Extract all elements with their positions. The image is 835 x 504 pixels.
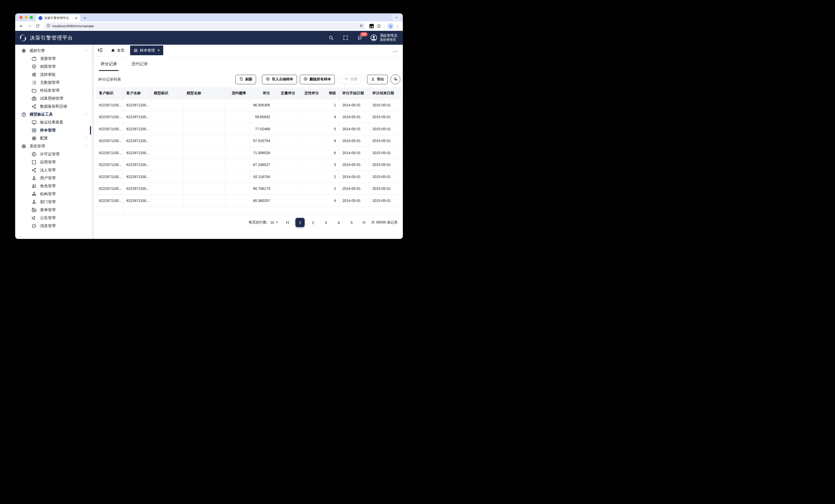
sidebar-item-message-management[interactable]: 消息管理 <box>15 222 94 230</box>
first-page-icon[interactable] <box>284 219 291 226</box>
table-row[interactable]: 6222871100...6222871100...90.70617322014… <box>96 183 401 195</box>
person-gear-icon <box>393 77 398 82</box>
minimize-window-button[interactable] <box>25 16 28 19</box>
page-number-4[interactable]: 4 <box>334 218 343 227</box>
cell-score_start_date: 2014-05-01 <box>339 159 369 171</box>
table-row[interactable]: 6222871100...6222871100...77.0246952014-… <box>96 123 401 135</box>
cell-qualitative_score <box>299 147 322 159</box>
sidebar-item-trial-case-management[interactable]: 试算用例管理 <box>15 94 94 103</box>
sidebar-group-model-validation-tools[interactable]: 模型验证工具 <box>15 110 94 119</box>
table-row[interactable]: 6222871100...6222871100...57.51575492014… <box>96 135 401 147</box>
sidebar-item-configuration[interactable]: 配置 <box>15 134 94 142</box>
more-tabs-icon[interactable]: ... <box>393 48 398 52</box>
sidebar-item-validation-result-view[interactable]: 验证结果查看 <box>15 119 94 126</box>
route-tab-sample-management[interactable]: 样本管理 ✕ <box>130 45 163 55</box>
sidebar-item-label: 角色管理 <box>40 184 56 189</box>
sidebar-item-resource-management[interactable]: 资源管理 <box>15 55 94 63</box>
cell-customer_id: 6222871100... <box>96 147 123 159</box>
table-row[interactable]: 6222871100...6222871100...80.38025742014… <box>96 195 401 207</box>
address-bar[interactable]: localhost:8080/#/mv/sample <box>44 23 366 30</box>
column-header-default_probability: 违约概率 <box>225 87 249 99</box>
last-page-icon[interactable] <box>361 219 367 226</box>
sidebar-item-role-management[interactable]: 角色管理 <box>15 182 94 190</box>
extension-icon[interactable] <box>369 24 374 28</box>
table-row[interactable]: 6222871100...6222871100...87.24852732014… <box>96 159 401 171</box>
column-settings-button[interactable] <box>390 75 400 84</box>
cell-score: 90.706173 <box>249 183 273 195</box>
refresh-button[interactable]: 刷新 <box>236 75 256 84</box>
sidebar-item-sample-management[interactable]: 样本管理 <box>15 126 94 134</box>
close-window-button[interactable] <box>20 16 23 19</box>
page-number-3[interactable]: 3 <box>321 218 330 227</box>
people-icon <box>32 184 37 189</box>
table-row[interactable] <box>96 207 401 214</box>
breadcrumb-home[interactable]: 首页 <box>111 48 124 53</box>
sidebar-scrollbar[interactable] <box>92 45 94 239</box>
sidebar-item-permission-management[interactable]: 权限管理 <box>15 63 94 71</box>
browser-profile-avatar[interactable] <box>387 23 393 29</box>
page-number-2[interactable]: 2 <box>308 218 318 227</box>
sidebar-group-rule-engine[interactable]: 规则引擎 <box>15 47 94 55</box>
browser-menu-icon[interactable]: ⋮ <box>395 24 400 28</box>
cell-default_probability <box>225 99 249 111</box>
page-number-1[interactable]: 1 <box>296 218 305 227</box>
reload-icon[interactable] <box>34 23 41 29</box>
zoom-window-button[interactable] <box>30 16 33 19</box>
tab-close-icon[interactable]: ✕ <box>74 16 78 20</box>
sidebar-collapse-icon[interactable] <box>98 47 104 54</box>
sidebar-item-metadata-management[interactable]: 123元数据管理 <box>15 79 94 87</box>
button-label: 刷新 <box>245 77 252 82</box>
site-info-icon[interactable] <box>46 24 50 28</box>
messages-icon[interactable]: 120 <box>357 35 363 41</box>
delete-all-samples-button[interactable]: 删除所有样本 <box>300 75 335 84</box>
tab-default-records[interactable]: 违约记录 <box>130 61 149 71</box>
chevron-up-icon <box>84 144 88 149</box>
table-row[interactable]: 6222871100...6222871100...59.6093292014-… <box>96 111 401 123</box>
sidebar-item-org-management[interactable]: 机构管理 <box>15 190 94 198</box>
sidebar-item-department-management[interactable]: 部门管理 <box>15 198 94 206</box>
cell-customer_name <box>123 207 151 214</box>
close-icon[interactable]: ✕ <box>157 48 160 52</box>
sidebar-item-app-management[interactable]: 应用管理 <box>15 158 94 166</box>
sidebar-item-feature-library-management[interactable]: 特征库管理 <box>15 87 94 94</box>
chat-dots-icon <box>32 223 37 229</box>
back-icon[interactable] <box>18 23 24 29</box>
sidebar-item-license-management[interactable]: 许可证管理 <box>15 150 94 158</box>
sidebar-item-user-management[interactable]: 用户管理 <box>15 174 94 182</box>
caret-down-icon <box>276 222 278 223</box>
extensions-puzzle-icon[interactable] <box>375 23 382 29</box>
cell-model_id <box>151 111 184 123</box>
cell-score_end_date: 2015-05-01 <box>369 195 401 207</box>
active-item-indicator <box>90 126 91 134</box>
search-icon[interactable] <box>328 35 334 41</box>
sidebar-item-menu-management[interactable]: 菜单管理 <box>15 206 94 214</box>
cell-customer_name: 6222871100... <box>123 123 151 135</box>
new-tab-button[interactable]: + <box>82 15 88 21</box>
cell-score: 71.008528 <box>249 147 273 159</box>
cell-default_probability <box>225 135 249 147</box>
sidebar-item-process-approval[interactable]: 流程审批 <box>15 71 94 79</box>
user-menu[interactable]: 系统管理员 系统管理员 <box>370 34 398 42</box>
rows-per-page-select[interactable]: 10 <box>270 220 279 225</box>
page-number-5[interactable]: 5 <box>347 218 356 227</box>
table-row[interactable]: 6222871100...6222871100...92.11870422014… <box>96 171 401 183</box>
bookmark-star-icon[interactable] <box>359 24 363 29</box>
sidebar-item-data-backup-migration[interactable]: 数据备份和迁移 <box>15 103 94 110</box>
table-row[interactable]: 6222871100...6222871100...71.00852862014… <box>96 147 401 159</box>
import-sample-button[interactable]: 导入示例样本 <box>262 75 297 84</box>
sidebar-item-announcement-management[interactable]: 公告管理 <box>15 214 94 222</box>
view-button[interactable]: 查看 <box>341 75 361 84</box>
sidebar-item-legal-entity-management[interactable]: 法人管理 <box>15 166 94 174</box>
tab-score-records[interactable]: 评分记录 <box>99 61 119 71</box>
list-box-icon <box>32 128 37 133</box>
list-numbers-icon: 123 <box>32 80 37 85</box>
fullscreen-icon[interactable] <box>342 35 349 41</box>
user-name: 系统管理员 <box>380 34 398 38</box>
browser-tab[interactable]: 决策引擎管理平台 ✕ <box>36 15 80 21</box>
export-button[interactable]: 导出 <box>367 75 388 84</box>
sidebar-group-system-management[interactable]: 系统管理 <box>15 142 94 150</box>
table-row[interactable]: 6222871100...6222871100...96.50530512014… <box>96 99 401 111</box>
cell-grade: 9 <box>322 111 339 123</box>
tab-search-button[interactable] <box>392 14 401 21</box>
window-controls <box>20 16 33 19</box>
